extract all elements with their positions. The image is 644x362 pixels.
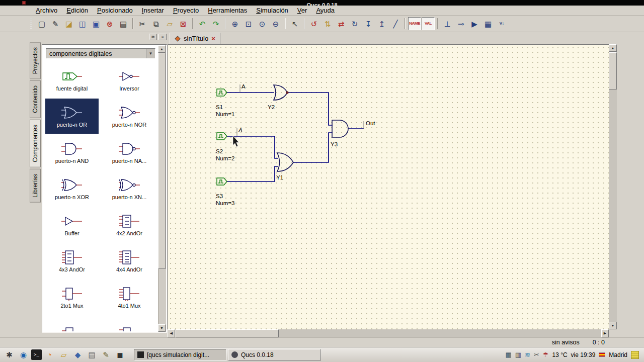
ground-button[interactable]: ⊥ [441, 17, 454, 30]
simulate-button[interactable]: ▶ [468, 17, 481, 30]
media-player-icon[interactable]: ◼ [114, 348, 126, 361]
vertical-scrollbar[interactable]: ▲ ▼ [609, 44, 617, 329]
terminal-icon[interactable]: >_ [31, 349, 42, 360]
save-button[interactable]: ◫ [76, 17, 89, 30]
palette-item-puerto-n-xor[interactable]: puerto-n XOR [45, 171, 99, 206]
menu-archivo[interactable]: Archivo [31, 6, 62, 15]
rotate-ccw-button[interactable]: ↺ [307, 17, 320, 30]
schematic-canvas[interactable]: A A Out S1 Num=1 S2 Num=2 S3 Num=3 Y2 Y1… [168, 44, 609, 329]
menu-proyecto[interactable]: Proyecto [169, 6, 203, 15]
palette-item-puerto-n-and[interactable]: puerto-n AND [45, 135, 99, 170]
menu-herramientas[interactable]: Herramientas [203, 6, 252, 15]
new-text-button[interactable]: ✎ [49, 17, 62, 30]
text-editor-icon[interactable]: ▤ [86, 348, 98, 361]
undo-button[interactable]: ↶ [196, 17, 209, 30]
tab-librerias[interactable]: Librerías [30, 169, 41, 203]
push-into-button[interactable]: ↧ [362, 17, 375, 30]
mirror-y-button[interactable]: ⇄ [335, 17, 348, 30]
horizontal-scroll-thumb[interactable] [176, 329, 279, 337]
mirror-x-button[interactable]: ⇅ [321, 17, 334, 30]
tab-proyectos[interactable]: Proyectos [30, 42, 41, 79]
firefox-icon[interactable]: ◔ [43, 348, 56, 361]
vertical-scroll-thumb[interactable] [609, 52, 617, 89]
draw-tool-icon[interactable]: ✎ [100, 348, 112, 361]
display-data-button[interactable]: ▦ [481, 17, 495, 30]
show-names-toggle[interactable]: NAME [408, 17, 421, 30]
source-value[interactable]: Num=2 [216, 155, 234, 161]
palette-scroll-thumb[interactable] [158, 53, 166, 269]
print-button[interactable]: ▤ [117, 17, 130, 30]
horizontal-scrollbar[interactable]: ◀ ▶ [168, 329, 609, 337]
menu-ayuda[interactable]: Ayuda [311, 6, 339, 15]
node-label-a1[interactable]: A [242, 83, 246, 89]
palette-item-puerto-n-nand[interactable]: puerto-n NA... [103, 135, 156, 170]
palette-item-buffer[interactable]: Buffer [45, 207, 99, 242]
source-name[interactable]: S3 [216, 193, 223, 199]
clock[interactable]: vie 19:39 [571, 351, 596, 358]
palette-item-clipped[interactable] [45, 316, 99, 331]
palette-item-4x4-andor[interactable]: 4x4 AndOr [103, 243, 156, 279]
tab-componentes[interactable]: Componentes [30, 120, 41, 167]
palette-item-inversor[interactable]: Inversor [103, 62, 156, 98]
scroll-right-icon[interactable]: ▶ [601, 329, 609, 337]
gate-label-y2[interactable]: Y2 [268, 104, 275, 110]
palette-item-4x2-andor[interactable]: 4x2 AndOr [103, 207, 156, 242]
chevron-down-icon[interactable]: ▼ [146, 49, 155, 58]
close-file-button[interactable]: ⊗ [103, 17, 116, 30]
weather-tray-icon[interactable]: ☂ [543, 351, 549, 358]
delete-button[interactable]: ⊠ [177, 17, 190, 30]
network-tray-icon[interactable]: ≋ [525, 351, 530, 358]
new-document-button[interactable]: ▢ [35, 17, 48, 30]
gate-label-y3[interactable]: Y3 [331, 141, 338, 147]
pop-out-button[interactable]: ↥ [375, 17, 388, 30]
paste-button[interactable]: ▱ [163, 17, 176, 30]
scroll-down-icon[interactable]: ▼ [158, 324, 166, 332]
menu-posicionado[interactable]: Posicionado [93, 6, 137, 15]
web-browser-icon[interactable]: ◉ [17, 348, 30, 361]
insert-wire-button[interactable]: ╱ [389, 17, 402, 30]
display-tray-icon[interactable]: ▦ [505, 351, 511, 358]
gates[interactable] [274, 85, 348, 171]
redo-button[interactable]: ↷ [209, 17, 222, 30]
digital-source-s1[interactable] [217, 89, 227, 96]
node-label-out[interactable]: Out [366, 120, 375, 126]
source-value[interactable]: Num=3 [216, 200, 234, 206]
copy-button[interactable]: ⧉ [149, 17, 163, 30]
select-button[interactable]: ↖ [288, 17, 301, 30]
palette-item-puerto-n-xnor[interactable]: puerto-n XN... [103, 171, 156, 206]
scroll-down-icon[interactable]: ▼ [609, 322, 617, 329]
menu-ver[interactable]: Ver [293, 6, 312, 15]
clipboard-tray-icon[interactable]: ✂ [534, 351, 539, 358]
settings-icon[interactable]: ◆ [71, 348, 84, 361]
component-category-select[interactable]: componentes digitales ▼ [46, 48, 155, 59]
palette-item-clipped[interactable] [103, 316, 156, 331]
palette-item-fuente-digital[interactable]: fuente digital [45, 62, 99, 98]
dock-float-icon[interactable]: ⧉ [149, 34, 157, 40]
palette-item-puerto-n-or[interactable]: puerto-n OR [45, 99, 99, 134]
dock-close-icon[interactable]: × [158, 34, 167, 40]
task-button-qucs[interactable]: Qucs 0.0.18 [228, 349, 320, 361]
document-tab[interactable]: sinTítulo × [170, 33, 220, 44]
menu-edicion[interactable]: Edición [62, 6, 93, 15]
scroll-left-icon[interactable]: ◀ [168, 329, 175, 337]
toolbar-grip[interactable] [30, 18, 32, 29]
palette-scrollbar[interactable]: ▲ ▼ [158, 45, 166, 332]
palette-item-2to1-mux[interactable]: 2to1 Mux [45, 280, 99, 315]
palette-item-4x3-andor[interactable]: 4x3 AndOr [45, 243, 99, 279]
show-values-toggle[interactable]: VAL [422, 17, 435, 30]
wires[interactable] [227, 93, 364, 182]
location-label[interactable]: Madrid [609, 351, 627, 358]
digital-source-s2[interactable] [217, 133, 227, 140]
cut-button[interactable]: ✂ [136, 17, 149, 30]
task-button-qucs-video[interactable]: [qucs simulacion digit... [134, 349, 226, 361]
source-value[interactable]: Num=1 [216, 111, 234, 117]
rotate-cw-button[interactable]: ↻ [348, 17, 361, 30]
port-button[interactable]: ⊸ [454, 17, 467, 30]
probe-button[interactable]: V↓ [495, 17, 508, 30]
scroll-up-icon[interactable]: ▲ [158, 45, 166, 53]
source-name[interactable]: S2 [216, 148, 223, 154]
node-label-a2[interactable]: A [238, 127, 243, 133]
menu-insertar[interactable]: Insertar [137, 6, 169, 15]
display-settings-tray-icon[interactable]: ▥ [515, 351, 521, 358]
tab-close-icon[interactable]: × [211, 35, 215, 42]
